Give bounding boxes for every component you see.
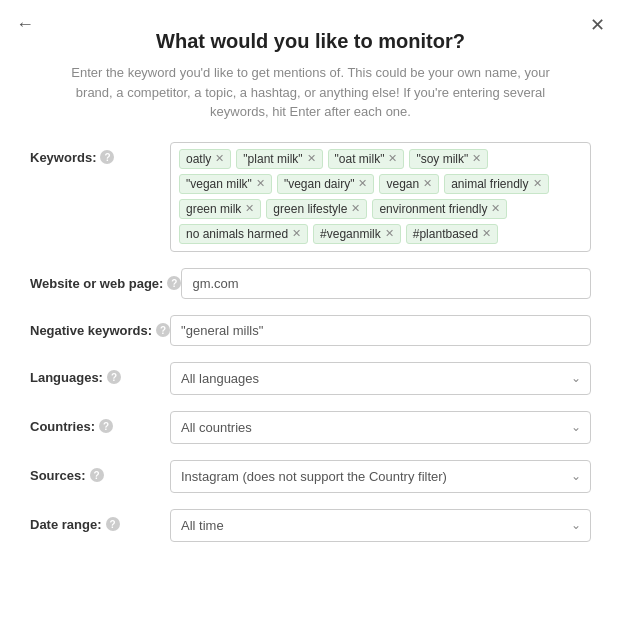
page-subtitle: Enter the keyword you'd like to get ment…	[30, 63, 591, 122]
date-range-label: Date range: ?	[30, 509, 170, 532]
tag-remove-button[interactable]: ✕	[358, 178, 367, 189]
tag-remove-button[interactable]: ✕	[245, 203, 254, 214]
negative-keywords-help-icon[interactable]: ?	[156, 323, 170, 337]
keyword-tag: "vegan dairy"✕	[277, 174, 375, 194]
sources-select[interactable]: Instagram (does not support the Country …	[170, 460, 591, 493]
tag-remove-button[interactable]: ✕	[491, 203, 500, 214]
tag-remove-button[interactable]: ✕	[385, 228, 394, 239]
countries-select[interactable]: All countriesUnited StatesUnited Kingdom…	[170, 411, 591, 444]
sources-row: Sources: ? Instagram (does not support t…	[30, 460, 591, 493]
back-button[interactable]: ←	[16, 14, 34, 35]
countries-control: All countriesUnited StatesUnited Kingdom…	[170, 411, 591, 444]
date-range-select[interactable]: All timeLast 7 daysLast 30 daysLast 90 d…	[170, 509, 591, 542]
tag-remove-button[interactable]: ✕	[292, 228, 301, 239]
date-range-control: All timeLast 7 daysLast 30 daysLast 90 d…	[170, 509, 591, 542]
tag-remove-button[interactable]: ✕	[533, 178, 542, 189]
tag-remove-button[interactable]: ✕	[351, 203, 360, 214]
keyword-tag: environment friendly✕	[372, 199, 507, 219]
keyword-tag: green milk✕	[179, 199, 261, 219]
languages-select[interactable]: All languagesEnglishSpanishFrenchGerman	[170, 362, 591, 395]
negative-keywords-input[interactable]	[170, 315, 591, 346]
keywords-row: Keywords: ? oatly✕"plant milk"✕"oat milk…	[30, 142, 591, 252]
languages-control: All languagesEnglishSpanishFrenchGerman …	[170, 362, 591, 395]
keyword-tag: oatly✕	[179, 149, 231, 169]
tag-remove-button[interactable]: ✕	[256, 178, 265, 189]
tag-remove-button[interactable]: ✕	[307, 153, 316, 164]
tag-remove-button[interactable]: ✕	[388, 153, 397, 164]
keyword-tag: "plant milk"✕	[236, 149, 322, 169]
languages-label: Languages: ?	[30, 362, 170, 385]
keyword-tag: animal friendly✕	[444, 174, 548, 194]
keywords-control: oatly✕"plant milk"✕"oat milk"✕"soy milk"…	[170, 142, 591, 252]
keyword-tag: #plantbased✕	[406, 224, 498, 244]
website-input[interactable]	[181, 268, 591, 299]
monitor-modal: ← ✕ What would you like to monitor? Ente…	[0, 0, 621, 619]
keyword-tag: "oat milk"✕	[328, 149, 405, 169]
negative-keywords-control	[170, 315, 591, 346]
keyword-tag: "soy milk"✕	[409, 149, 488, 169]
keyword-tag: #veganmilk✕	[313, 224, 401, 244]
keywords-help-icon[interactable]: ?	[100, 150, 114, 164]
website-label: Website or web page: ?	[30, 268, 181, 291]
negative-keywords-label: Negative keywords: ?	[30, 315, 170, 338]
languages-help-icon[interactable]: ?	[107, 370, 121, 384]
negative-keywords-row: Negative keywords: ?	[30, 315, 591, 346]
countries-row: Countries: ? All countriesUnited StatesU…	[30, 411, 591, 444]
close-button[interactable]: ✕	[590, 14, 605, 36]
countries-help-icon[interactable]: ?	[99, 419, 113, 433]
date-range-help-icon[interactable]: ?	[106, 517, 120, 531]
tag-remove-button[interactable]: ✕	[423, 178, 432, 189]
keywords-box[interactable]: oatly✕"plant milk"✕"oat milk"✕"soy milk"…	[170, 142, 591, 252]
tag-remove-button[interactable]: ✕	[482, 228, 491, 239]
website-help-icon[interactable]: ?	[167, 276, 181, 290]
page-title: What would you like to monitor?	[30, 30, 591, 53]
languages-row: Languages: ? All languagesEnglishSpanish…	[30, 362, 591, 395]
keywords-label: Keywords: ?	[30, 142, 170, 165]
keyword-tag: green lifestyle✕	[266, 199, 367, 219]
date-range-row: Date range: ? All timeLast 7 daysLast 30…	[30, 509, 591, 542]
sources-control: Instagram (does not support the Country …	[170, 460, 591, 493]
keyword-tag: "vegan milk"✕	[179, 174, 272, 194]
website-row: Website or web page: ?	[30, 268, 591, 299]
keyword-tag: vegan✕	[379, 174, 439, 194]
keyword-tag: no animals harmed✕	[179, 224, 308, 244]
website-control	[181, 268, 591, 299]
sources-help-icon[interactable]: ?	[90, 468, 104, 482]
sources-label: Sources: ?	[30, 460, 170, 483]
countries-label: Countries: ?	[30, 411, 170, 434]
tag-remove-button[interactable]: ✕	[215, 153, 224, 164]
tag-remove-button[interactable]: ✕	[472, 153, 481, 164]
